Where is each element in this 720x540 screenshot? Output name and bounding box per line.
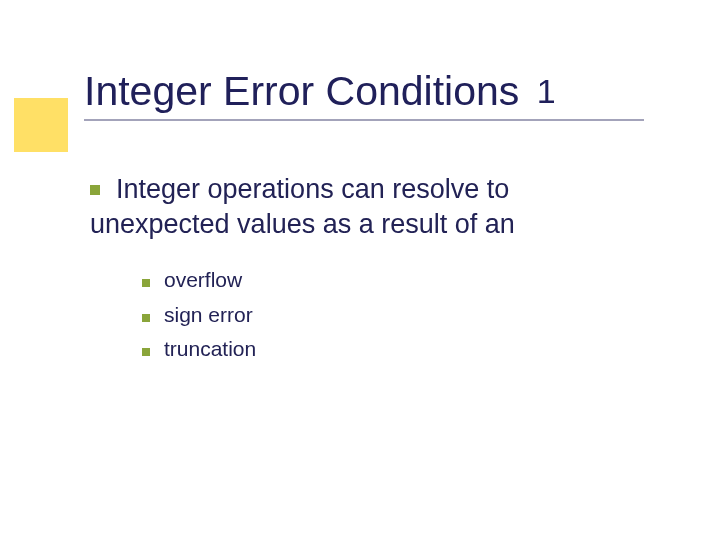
title-underline bbox=[84, 119, 644, 121]
bullet-icon bbox=[142, 279, 150, 287]
list-item: truncation bbox=[142, 333, 256, 366]
sublist: overflow sign error truncation bbox=[142, 264, 256, 368]
accent-square bbox=[14, 98, 68, 152]
list-item-label: sign error bbox=[164, 299, 253, 332]
list-item: sign error bbox=[142, 299, 256, 332]
list-item-label: truncation bbox=[164, 333, 256, 366]
title-number: 1 bbox=[537, 72, 556, 110]
slide-title: Integer Error Conditions 1 bbox=[84, 68, 644, 115]
title-block: Integer Error Conditions 1 bbox=[84, 68, 644, 121]
title-text: Integer Error Conditions bbox=[84, 68, 519, 114]
bullet-icon bbox=[90, 185, 100, 195]
slide: Integer Error Conditions 1 Integer opera… bbox=[0, 0, 720, 540]
body-bullet: Integer operations can resolve to unexpe… bbox=[90, 172, 650, 241]
bullet-icon bbox=[142, 348, 150, 356]
bullet-icon bbox=[142, 314, 150, 322]
body-text: Integer operations can resolve to unexpe… bbox=[90, 174, 515, 239]
list-item: overflow bbox=[142, 264, 256, 297]
list-item-label: overflow bbox=[164, 264, 242, 297]
